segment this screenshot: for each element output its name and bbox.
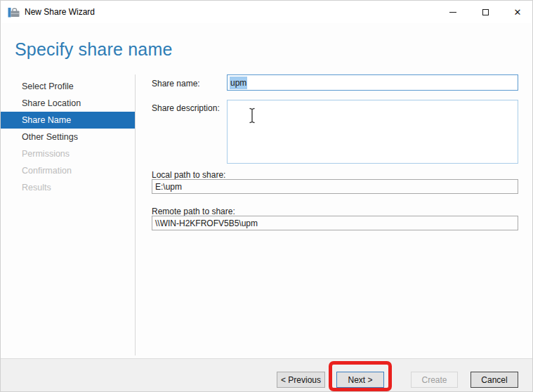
window-controls: ✕	[437, 1, 533, 23]
window-title: New Share Wizard	[25, 1, 95, 23]
titlebar: New Share Wizard ✕	[1, 1, 533, 23]
local-path-value: E:\upm	[155, 182, 182, 192]
sidebar-item-confirmation: Confirmation	[1, 162, 135, 179]
sidebar-divider	[135, 74, 136, 355]
sidebar-item-share-location[interactable]: Share Location	[1, 95, 135, 112]
maximize-icon	[482, 9, 489, 15]
page-title: Specify share name	[15, 39, 173, 60]
cancel-button[interactable]: Cancel	[471, 372, 518, 388]
share-name-label: Share name:	[152, 79, 200, 89]
remote-path-label: Remote path to share:	[152, 207, 235, 216]
sidebar-item-permissions: Permissions	[1, 145, 135, 162]
close-button[interactable]: ✕	[501, 1, 533, 23]
remote-path-value: \\WIN-H2KFROFV5B5\upm	[155, 218, 258, 228]
local-path-label: Local path to share:	[152, 170, 225, 180]
share-wizard-app-icon	[8, 6, 20, 18]
sidebar-item-other-settings[interactable]: Other Settings	[1, 129, 135, 145]
share-name-input[interactable]: upm	[227, 74, 518, 91]
minimize-button[interactable]	[437, 1, 469, 23]
local-path-field[interactable]: E:\upm	[152, 179, 518, 194]
share-description-input[interactable]	[227, 100, 518, 164]
close-icon: ✕	[514, 8, 522, 17]
previous-button[interactable]: < Previous	[277, 372, 325, 388]
next-button[interactable]: Next >	[336, 372, 384, 388]
sidebar-item-select-profile[interactable]: Select Profile	[1, 78, 135, 95]
wizard-steps-sidebar: Select Profile Share Location Share Name…	[1, 78, 135, 196]
share-name-value: upm	[230, 77, 247, 89]
sidebar-item-results: Results	[1, 179, 135, 196]
remote-path-field[interactable]: \\WIN-H2KFROFV5B5\upm	[152, 216, 518, 230]
create-button: Create	[411, 372, 458, 388]
minimize-icon	[449, 12, 456, 13]
sidebar-item-share-name[interactable]: Share Name	[1, 112, 135, 129]
maximize-button[interactable]	[469, 1, 501, 23]
text-cursor-icon	[249, 107, 256, 124]
share-description-label: Share description:	[152, 103, 220, 113]
new-share-wizard-window: New Share Wizard ✕ Specify share name Se…	[0, 0, 533, 392]
